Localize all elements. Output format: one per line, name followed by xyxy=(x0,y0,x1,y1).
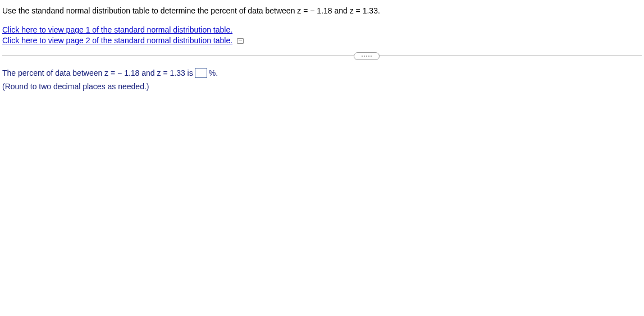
divider-expand-button[interactable] xyxy=(354,52,380,60)
link-table-page-2[interactable]: Click here to view page 2 of the standar… xyxy=(2,35,232,47)
rounding-hint: (Round to two decimal places as needed.) xyxy=(2,81,642,93)
divider-line xyxy=(2,56,642,56)
answer-input[interactable] xyxy=(195,68,207,78)
link-table-page-1[interactable]: Click here to view page 1 of the standar… xyxy=(2,25,642,36)
question-text: Use the standand normal distribution tab… xyxy=(2,6,642,17)
resource-links: Click here to view page 1 of the standar… xyxy=(2,25,642,47)
answer-suffix: %. xyxy=(209,67,218,79)
answer-prefix: The percent of data between z = − 1.18 a… xyxy=(2,67,193,79)
answer-line: The percent of data between z = − 1.18 a… xyxy=(2,67,642,79)
section-divider xyxy=(2,52,642,60)
expand-window-icon[interactable] xyxy=(237,38,244,44)
